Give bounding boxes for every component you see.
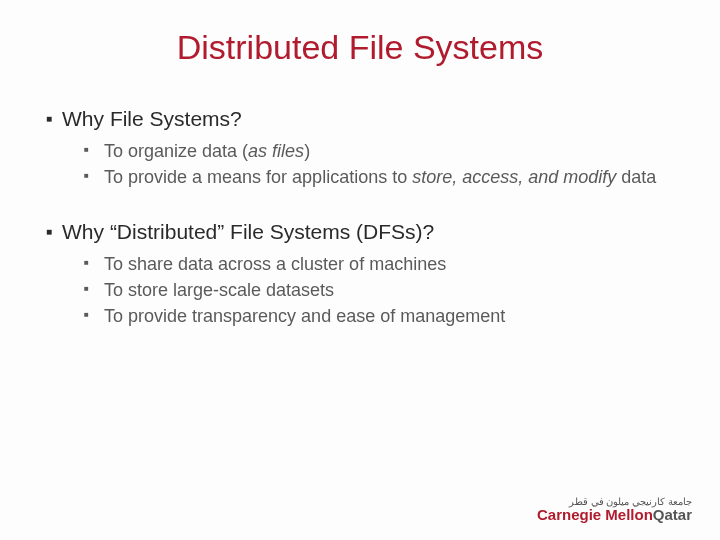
list-item: To provide a means for applications to s…	[84, 165, 680, 189]
list-item: To organize data (as files)	[84, 139, 680, 163]
item-text: data	[616, 167, 656, 187]
logo: جامعة كارنيجي ميلون في قطر Carnegie Mell…	[537, 497, 692, 522]
sub-list: To organize data (as files) To provide a…	[40, 139, 680, 190]
slide: Distributed File Systems Why File System…	[0, 0, 720, 540]
item-em: as files	[248, 141, 304, 161]
list-item: To store large-scale datasets	[84, 278, 680, 302]
logo-qatar-text: Qatar	[653, 506, 692, 523]
item-text: To provide a means for applications to	[104, 167, 412, 187]
slide-title: Distributed File Systems	[40, 28, 680, 67]
item-text: To share data across a cluster of machin…	[104, 254, 446, 274]
item-text: To organize data (	[104, 141, 248, 161]
item-em: store, access, and modify	[412, 167, 616, 187]
section-why-fs: Why File Systems? To organize data (as f…	[40, 107, 680, 190]
item-text: To provide transparency and ease of mana…	[104, 306, 505, 326]
item-text: To store large-scale datasets	[104, 280, 334, 300]
sub-list: To share data across a cluster of machin…	[40, 252, 680, 329]
list-item: To share data across a cluster of machin…	[84, 252, 680, 276]
section-why-dfs: Why “Distributed” File Systems (DFSs)? T…	[40, 220, 680, 329]
section-heading: Why File Systems?	[40, 107, 680, 131]
item-text: )	[304, 141, 310, 161]
logo-main: Carnegie MellonQatar	[537, 507, 692, 522]
logo-cm-text: Carnegie Mellon	[537, 506, 653, 523]
section-heading: Why “Distributed” File Systems (DFSs)?	[40, 220, 680, 244]
list-item: To provide transparency and ease of mana…	[84, 304, 680, 328]
